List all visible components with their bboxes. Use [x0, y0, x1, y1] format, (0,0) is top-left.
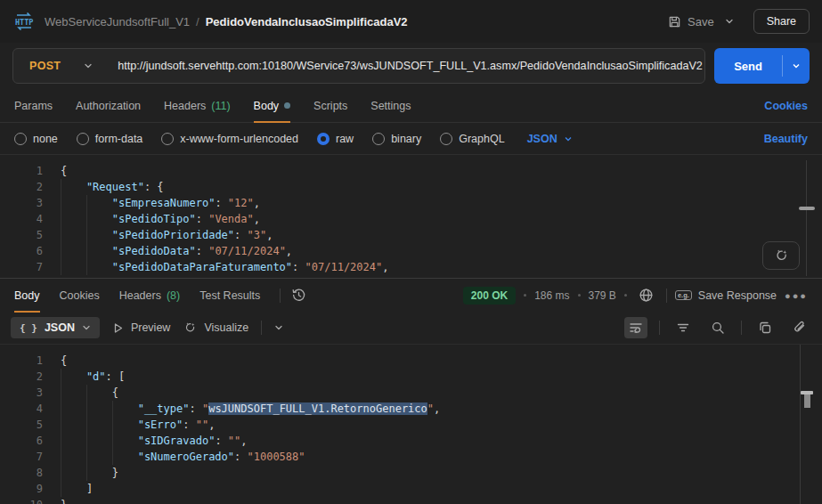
send-button[interactable]: Send [714, 48, 782, 84]
code-line: 7"sPedidoDataParaFaturamento": "07/11/20… [0, 259, 822, 275]
divider [261, 321, 262, 335]
tab-label: Headers [164, 100, 206, 112]
toolbar-chevron-icon[interactable] [274, 323, 283, 332]
radio-label: binary [391, 133, 421, 145]
wrap-text-button[interactable] [624, 317, 647, 338]
url-input[interactable]: http://jundsoft.servehttp.com:10180/WSer… [107, 60, 705, 72]
code-line: 1{ [0, 163, 822, 179]
response-size[interactable]: 379 B [589, 289, 616, 302]
line-number: 1 [0, 353, 61, 369]
tab-headers[interactable]: Headers (11) [164, 89, 231, 122]
line-number: 3 [0, 195, 61, 211]
response-toolbar: { } JSON Preview Visualize [0, 312, 822, 345]
visualize-button[interactable]: Visualize [183, 321, 248, 335]
code-line: 3"sEmpresaNumero": "12", [0, 195, 822, 211]
line-number: 6 [0, 243, 61, 259]
body-type-raw[interactable]: raw [317, 133, 354, 145]
code-line: 5"sPedidoPrioridade": "3", [0, 227, 822, 243]
send-chevron-icon [792, 61, 801, 70]
filter-icon [676, 321, 690, 335]
line-number: 9 [0, 481, 61, 497]
method-label: POST [29, 60, 61, 72]
line-number: 3 [0, 385, 61, 401]
radio-label: form-data [95, 133, 143, 145]
response-body-viewer[interactable]: 1{2"d": [3{4"__type": "wsJUNDSOFT_FULL_V… [0, 345, 822, 504]
search-button[interactable] [706, 317, 729, 338]
tab-label: Body [254, 100, 280, 112]
save-response-button[interactable]: e.g. Save Response [675, 289, 777, 302]
save-label: Save [688, 15, 714, 28]
response-tab-cookies[interactable]: Cookies [60, 279, 100, 312]
breadcrumb-separator: / [196, 15, 199, 28]
postbot-ai-button[interactable] [762, 241, 800, 270]
method-selector[interactable]: POST [13, 49, 107, 83]
tab-authorization[interactable]: Authorization [76, 89, 141, 122]
preview-button[interactable]: Preview [112, 321, 170, 334]
body-type-binary[interactable]: binary [372, 133, 421, 145]
request-editor-scrollbar-thumb[interactable] [799, 207, 815, 210]
tab-label: Test Results [199, 289, 260, 302]
radio-icon [440, 133, 452, 145]
link-button[interactable] [788, 317, 811, 338]
request-url-bar: POST http://jundsoft.servehttp.com:10180… [0, 43, 822, 89]
copy-button[interactable] [753, 317, 777, 338]
save-options-chevron-icon[interactable] [725, 17, 734, 26]
request-tabs-bar: Params Authorization Headers (11) Body S… [0, 89, 822, 123]
radio-label: x-www-form-urlencoded [180, 133, 298, 145]
divider [659, 321, 660, 335]
send-options-button[interactable] [783, 48, 810, 84]
raw-language-selector[interactable]: JSON [527, 133, 573, 145]
search-icon [711, 321, 725, 335]
dot-separator [578, 294, 581, 297]
response-headers-count-badge: (8) [167, 289, 180, 302]
response-more-options-button[interactable]: ●●● [785, 290, 808, 301]
tab-settings[interactable]: Settings [370, 89, 411, 122]
divider [741, 321, 742, 335]
http-protocol-icon: HTTP [12, 12, 36, 30]
preview-play-icon [112, 322, 124, 334]
breadcrumb-collection[interactable]: WebServiceJundsoftFull_V1 [45, 15, 190, 28]
breadcrumb-request-name[interactable]: PedidoVendaInclusaoSimplificadaV2 [206, 15, 408, 28]
code-line: 3{ [0, 385, 822, 401]
body-type-none[interactable]: none [14, 133, 58, 145]
tab-scripts[interactable]: Scripts [313, 89, 347, 122]
example-icon: e.g. [675, 290, 692, 301]
tab-params[interactable]: Params [14, 89, 53, 122]
request-editor-scrollbar-track[interactable] [806, 160, 807, 276]
tab-label: Headers [119, 289, 161, 302]
save-button[interactable]: Save [666, 12, 716, 32]
code-line: 8} [0, 465, 822, 481]
response-time[interactable]: 186 ms [534, 289, 569, 302]
response-tab-headers[interactable]: Headers (8) [119, 279, 181, 312]
request-body-editor[interactable]: 1{2"Request": {3"sEmpresaNumero": "12",4… [0, 155, 822, 278]
tab-body[interactable]: Body [254, 89, 291, 122]
body-type-form-data[interactable]: form-data [77, 133, 143, 145]
code-line: 4"sPedidoTipo": "Venda", [0, 211, 822, 227]
line-number: 2 [0, 369, 61, 385]
status-badge[interactable]: 200 OK [463, 287, 516, 305]
format-chevron-icon [82, 323, 91, 332]
radio-label: GraphQL [459, 133, 504, 145]
response-editor-scrollbar-track[interactable] [800, 345, 801, 504]
headers-count-badge: (11) [211, 100, 230, 112]
cookies-link[interactable]: Cookies [764, 89, 808, 122]
filter-button[interactable] [671, 317, 695, 338]
postman-app-window: HTTP WebServiceJundsoftFull_V1 / PedidoV… [0, 0, 822, 504]
line-number: 4 [0, 211, 61, 227]
url-container: POST http://jundsoft.servehttp.com:10180… [12, 48, 705, 84]
body-content-dot [284, 102, 290, 109]
line-number: 5 [0, 417, 61, 433]
body-type-graphql[interactable]: GraphQL [440, 133, 504, 145]
tab-label: Params [14, 100, 53, 112]
beautify-button[interactable]: Beautify [764, 133, 808, 145]
response-format-selector[interactable]: { } JSON [11, 317, 100, 338]
line-number: 5 [0, 227, 61, 243]
format-label: JSON [45, 321, 75, 334]
response-history-button[interactable] [291, 279, 306, 312]
response-tab-body[interactable]: Body [14, 279, 40, 312]
radio-label: raw [336, 133, 354, 145]
response-tab-test-results[interactable]: Test Results [199, 279, 260, 312]
body-type-urlencoded[interactable]: x-www-form-urlencoded [161, 133, 298, 145]
network-globe-button[interactable] [635, 285, 658, 306]
share-button[interactable]: Share [753, 9, 810, 34]
